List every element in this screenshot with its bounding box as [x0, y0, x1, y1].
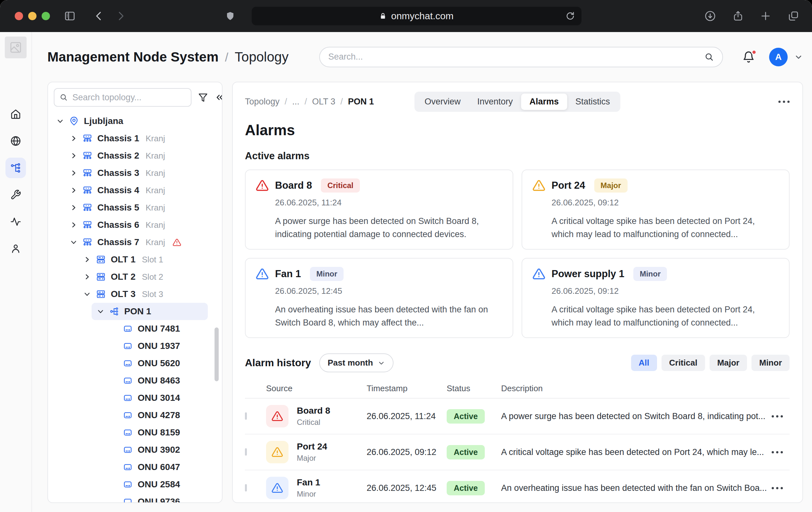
- tree-node-label: OLT 2: [111, 272, 136, 282]
- tree-node[interactable]: ONU 6047: [48, 458, 222, 476]
- sidebar-scrollbar-thumb[interactable]: [214, 327, 219, 381]
- search-icon[interactable]: [704, 52, 714, 62]
- chevron-icon[interactable]: [70, 186, 78, 194]
- tab[interactable]: Inventory: [469, 93, 521, 110]
- tree-node[interactable]: ONU 8159: [48, 424, 222, 441]
- severity-filter-chip[interactable]: Critical: [662, 355, 705, 371]
- alarm-card[interactable]: Board 8 Critical 26.06.2025, 11:24 A pow…: [245, 169, 513, 250]
- global-search-input[interactable]: [328, 52, 699, 62]
- chevron-icon[interactable]: [97, 307, 105, 315]
- row-checkbox[interactable]: [245, 448, 247, 456]
- tree-node[interactable]: Ljubljana: [48, 112, 222, 130]
- chevron-icon[interactable]: [70, 152, 78, 160]
- share-icon[interactable]: [733, 10, 744, 22]
- alarm-card[interactable]: Port 24 Major 26.06.2025, 09:12 A critic…: [522, 169, 790, 250]
- topology-search-input[interactable]: [72, 92, 186, 103]
- address-bar[interactable]: onmychat.com: [252, 7, 581, 25]
- rail-item-topology[interactable]: [5, 158, 26, 178]
- tree-node-label: ONU 1937: [138, 341, 180, 351]
- column-status: Status: [447, 383, 501, 394]
- tree-node[interactable]: ONU 8463: [48, 372, 222, 389]
- topology-search[interactable]: [54, 88, 192, 107]
- row-description: A critical voltage spike has been detect…: [501, 447, 772, 457]
- tree-node[interactable]: ONU 3902: [48, 441, 222, 458]
- table-row[interactable]: Fan 1 Minor 26.06.2025, 12:45 Active An …: [245, 470, 790, 503]
- tree-node[interactable]: Chassis 5 Kranj: [48, 199, 222, 216]
- tree-node[interactable]: ONU 2584: [48, 476, 222, 493]
- device-icon: [83, 151, 92, 161]
- tree-node[interactable]: ONU 3014: [48, 389, 222, 407]
- tree-node[interactable]: OLT 1 Slot 1: [48, 251, 222, 268]
- tree-node[interactable]: OLT 3 Slot 3: [48, 286, 222, 303]
- tree-node[interactable]: ONU 1937: [48, 338, 222, 355]
- breadcrumb-item[interactable]: OLT 3: [312, 97, 348, 107]
- tab-overview-icon[interactable]: [788, 10, 799, 22]
- rail-item-home[interactable]: [5, 104, 26, 124]
- rail-item-network[interactable]: [5, 131, 26, 151]
- row-menu-icon[interactable]: [772, 451, 790, 453]
- table-row[interactable]: Board 8 Critical 26.06.2025, 11:24 Activ…: [245, 399, 790, 434]
- table-row[interactable]: Port 24 Major 26.06.2025, 09:12 Active A…: [245, 434, 790, 470]
- chevron-icon[interactable]: [70, 238, 78, 246]
- tree-node[interactable]: PON 1: [48, 303, 222, 320]
- more-options-icon[interactable]: [778, 101, 790, 103]
- rail-item-users[interactable]: [5, 238, 26, 259]
- tree-node[interactable]: ONU 5620: [48, 355, 222, 372]
- row-checkbox[interactable]: [245, 484, 247, 491]
- row-menu-icon[interactable]: [772, 487, 790, 489]
- tree-node[interactable]: OLT 2 Slot 2: [48, 268, 222, 286]
- severity-filter-chip[interactable]: Major: [709, 355, 747, 371]
- severity-filter-chip[interactable]: All: [631, 355, 657, 371]
- chevron-icon[interactable]: [70, 169, 78, 177]
- tree-node-label: Chassis 6: [97, 220, 139, 230]
- time-range-dropdown[interactable]: Past month: [319, 353, 394, 372]
- alert-triangle-icon: [532, 268, 545, 280]
- row-menu-icon[interactable]: [772, 415, 790, 417]
- tree-node[interactable]: Chassis 2 Kranj: [48, 147, 222, 164]
- breadcrumb-item[interactable]: Topology: [245, 97, 292, 107]
- breadcrumb-item[interactable]: ...: [292, 97, 312, 107]
- account-menu-chevron-icon[interactable]: [794, 53, 803, 61]
- minimize-window-button[interactable]: [28, 12, 36, 20]
- reload-icon[interactable]: [566, 11, 575, 21]
- rail-item-monitoring[interactable]: [5, 212, 26, 232]
- tree-node[interactable]: Chassis 6 Kranj: [48, 216, 222, 234]
- severity-badge: Major: [594, 179, 628, 193]
- sidebar-toggle-icon[interactable]: [64, 10, 76, 22]
- forward-icon[interactable]: [115, 10, 126, 22]
- chevron-icon[interactable]: [70, 135, 78, 142]
- tree-node[interactable]: Chassis 1 Kranj: [48, 130, 222, 147]
- tree-node[interactable]: ONU 9736: [48, 493, 222, 503]
- new-tab-icon[interactable]: [760, 10, 771, 22]
- zoom-window-button[interactable]: [41, 12, 50, 20]
- chevron-icon[interactable]: [56, 117, 64, 125]
- back-icon[interactable]: [93, 10, 105, 22]
- notifications-button[interactable]: [742, 51, 755, 63]
- severity-filter-chip[interactable]: Minor: [752, 355, 790, 371]
- downloads-icon[interactable]: [704, 10, 716, 22]
- tree-node[interactable]: Chassis 3 Kranj: [48, 164, 222, 182]
- chevron-icon[interactable]: [70, 204, 78, 212]
- tree-node[interactable]: Chassis 4 Kranj: [48, 182, 222, 199]
- close-window-button[interactable]: [15, 12, 23, 20]
- chevron-icon[interactable]: [70, 221, 78, 229]
- tab[interactable]: Statistics: [567, 93, 618, 110]
- collapse-sidebar-icon[interactable]: [214, 92, 223, 103]
- chevron-icon[interactable]: [83, 256, 91, 263]
- tab[interactable]: Overview: [416, 93, 469, 110]
- filter-icon[interactable]: [198, 92, 208, 103]
- breadcrumb-item[interactable]: PON 1: [348, 97, 374, 107]
- tree-node[interactable]: Chassis 7 Kranj: [48, 234, 222, 251]
- rail-item-tools[interactable]: [5, 185, 26, 205]
- tab[interactable]: Alarms: [521, 93, 568, 110]
- chevron-icon[interactable]: [83, 273, 91, 281]
- row-checkbox[interactable]: [245, 412, 247, 420]
- tree-node[interactable]: ONU 7481: [48, 320, 222, 338]
- tree-node[interactable]: ONU 4278: [48, 407, 222, 424]
- avatar[interactable]: A: [769, 48, 788, 66]
- alarm-card[interactable]: Fan 1 Minor 26.06.2025, 12:45 An overhea…: [245, 258, 513, 338]
- global-search[interactable]: [319, 47, 723, 67]
- chevron-icon[interactable]: [83, 290, 91, 298]
- alarm-card[interactable]: Power supply 1 Minor 26.06.2025, 09:12 A…: [522, 258, 790, 338]
- shield-icon[interactable]: [225, 10, 235, 22]
